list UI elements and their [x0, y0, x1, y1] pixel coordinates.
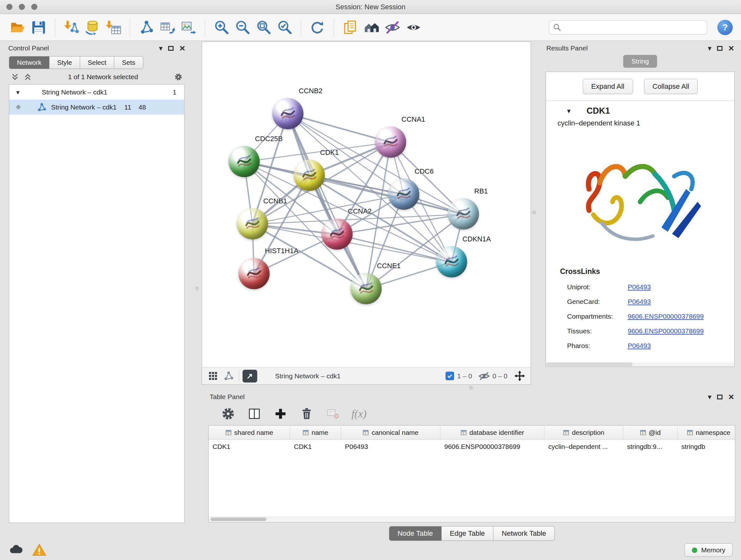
network-collection-row[interactable]: ▾ String Network – cdk1 1 [9, 84, 184, 100]
column-header-canonical-name[interactable]: canonical name [341, 426, 441, 439]
network-node-CCNE1[interactable] [350, 273, 382, 304]
float-panel-icon[interactable] [168, 46, 174, 51]
zoom-in-button[interactable] [212, 17, 231, 38]
import-table-button[interactable] [105, 17, 123, 38]
show-view-button[interactable] [404, 17, 423, 38]
splitter-handle[interactable] [469, 386, 473, 389]
delete-column-button[interactable] [298, 406, 315, 422]
crosslink-value-link[interactable]: P06493 [628, 342, 651, 350]
export-image-button[interactable] [179, 17, 198, 38]
function-builder-button[interactable]: f(x) [351, 406, 367, 422]
hidden-eye-icon[interactable] [472, 372, 492, 381]
network-node-CDC25B[interactable] [228, 146, 260, 177]
options-gear-icon[interactable] [174, 73, 183, 81]
tab-select[interactable]: Select [80, 56, 114, 69]
pan-tool-icon[interactable] [508, 371, 525, 381]
column-header-description[interactable]: description [544, 426, 623, 439]
scrollbar-thumb[interactable] [211, 517, 266, 521]
network-node-CCNB1[interactable] [237, 208, 268, 240]
column-header-namespace[interactable]: namespace [677, 426, 735, 439]
refresh-icon [310, 19, 326, 36]
splitter-handle[interactable] [532, 211, 536, 214]
help-button[interactable]: ? [718, 20, 733, 35]
section-expander-icon[interactable]: ▾ [567, 107, 570, 115]
memory-button[interactable]: Memory [684, 543, 733, 557]
selected-checkbox[interactable] [446, 372, 454, 380]
results-horizontal-scrollbar[interactable] [546, 362, 734, 366]
tab-node-table[interactable]: Node Table [389, 526, 442, 541]
add-column-button[interactable] [272, 406, 289, 422]
search-box[interactable] [549, 20, 707, 35]
open-session-button[interactable] [8, 17, 27, 38]
tab-sets[interactable]: Sets [114, 56, 143, 69]
new-network-button[interactable] [137, 17, 156, 38]
string-tab-badge[interactable]: String [623, 55, 657, 68]
collapse-all-button[interactable]: Collapse All [644, 79, 698, 94]
column-header-database-identifier[interactable]: database identifier [441, 426, 544, 439]
column-header--id[interactable]: @id [623, 426, 677, 439]
crosslink-label: GeneCard: [567, 298, 628, 306]
search-input[interactable] [564, 23, 703, 31]
zoom-selected-button[interactable] [275, 17, 294, 38]
network-node-CCNB2[interactable] [272, 98, 304, 129]
tab-network-table[interactable]: Network Table [493, 526, 555, 541]
network-node-CDK1[interactable] [293, 160, 325, 191]
panel-menu-icon[interactable]: ▾ [708, 45, 712, 52]
cloud-button[interactable] [8, 543, 23, 557]
import-network-file-button[interactable] [62, 17, 81, 38]
column-header-shared-name[interactable]: shared name [209, 426, 290, 439]
grid-view-icon[interactable] [208, 371, 218, 381]
network-node-CCNA2[interactable] [321, 219, 353, 250]
network-node-HIST1H1A[interactable] [239, 258, 270, 289]
column-header-name[interactable]: name [290, 426, 341, 439]
tab-style[interactable]: Style [50, 56, 80, 69]
network-node-CCNA1[interactable] [375, 126, 406, 158]
minimize-window-button[interactable] [19, 4, 25, 10]
tab-edge-table[interactable]: Edge Table [442, 526, 494, 541]
export-image-icon [181, 19, 197, 36]
toggle-enhanced-labels-button[interactable] [383, 17, 402, 38]
crosslink-value-link[interactable]: P06493 [628, 298, 651, 306]
expander-icon[interactable]: ▾ [16, 88, 26, 96]
zoom-fit-button[interactable] [254, 17, 273, 38]
float-panel-icon[interactable] [717, 46, 723, 51]
expand-all-button[interactable]: Expand All [583, 79, 633, 94]
network-node-RB1[interactable] [448, 198, 479, 230]
delete-table-button[interactable] [325, 406, 341, 422]
copy-document-button[interactable] [341, 17, 360, 38]
warnings-button[interactable] [32, 543, 47, 557]
table-row[interactable]: CDK1CDK1P064939606.ENSP00000378699cyclin… [209, 440, 735, 453]
home-button[interactable] [362, 17, 381, 38]
network-row-selected[interactable]: String Network – cdk1 11 48 [9, 100, 184, 115]
close-panel-icon[interactable]: × [728, 44, 734, 53]
zoom-window-button[interactable] [31, 4, 37, 10]
table-settings-button[interactable] [220, 406, 237, 422]
panel-menu-icon[interactable]: ▾ [159, 45, 163, 52]
close-panel-icon[interactable]: × [728, 392, 734, 401]
import-network-database-button[interactable] [83, 17, 102, 38]
tab-network[interactable]: Network [9, 56, 50, 69]
close-panel-icon[interactable]: × [179, 44, 185, 53]
question-mark-icon: ? [722, 22, 728, 33]
show-columns-button[interactable] [246, 406, 263, 422]
close-window-button[interactable] [6, 4, 12, 10]
refresh-layout-button[interactable] [308, 17, 327, 38]
network-from-table-button[interactable] [158, 17, 177, 38]
crosslink-value-link[interactable]: 9606.ENSP00000378699 [628, 313, 704, 320]
network-link-icon[interactable] [223, 371, 234, 381]
network-canvas[interactable]: CCNB2CCNA1CDC25BCDK1CDC6RB1CCNB1CCNA2CDK… [202, 42, 531, 367]
network-node-CDKN1A[interactable] [436, 246, 467, 277]
scrollbar-thumb[interactable] [546, 362, 632, 366]
crosslink-value-link[interactable]: 9606.ENSP00000378699 [628, 327, 704, 335]
collapse-all-networks-icon[interactable] [11, 73, 19, 81]
detach-view-button[interactable] [243, 370, 257, 382]
network-node-CDC6[interactable] [388, 179, 419, 210]
zoom-out-button[interactable] [233, 17, 252, 38]
table-horizontal-scrollbar[interactable] [209, 516, 735, 522]
save-session-button[interactable] [29, 17, 48, 38]
panel-menu-icon[interactable]: ▾ [708, 393, 712, 401]
crosslink-value-link[interactable]: P06493 [628, 283, 651, 291]
float-panel-icon[interactable] [717, 395, 723, 399]
splitter-handle[interactable] [195, 287, 199, 290]
expand-all-networks-icon[interactable] [23, 73, 32, 81]
